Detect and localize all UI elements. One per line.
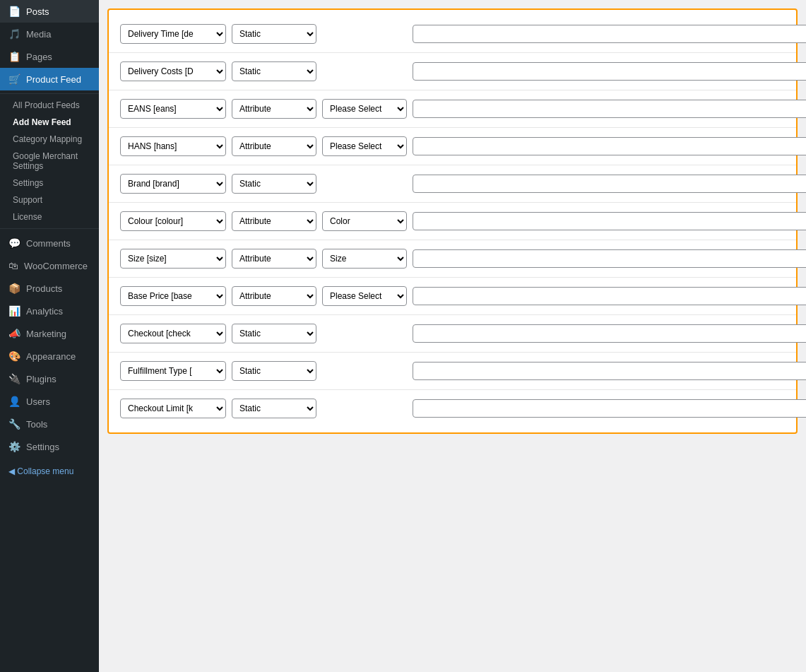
table-row: Fulfillment Type [StaticAttributePattern… <box>109 353 796 390</box>
posts-icon: 📄 <box>8 6 20 17</box>
table-row: Colour [colour]StaticAttributePatternCol… <box>109 203 796 240</box>
sidebar-item-settings[interactable]: ⚙️ Settings <box>0 435 99 458</box>
field-select-8[interactable]: Checkout [check <box>120 324 226 343</box>
type-select-0[interactable]: StaticAttributePattern <box>232 24 316 44</box>
input1-0[interactable] <box>413 25 806 43</box>
type-select-10[interactable]: StaticAttributePattern <box>232 399 316 418</box>
sidebar-item-label: Media <box>26 29 51 40</box>
sidebar-item-pages[interactable]: 📋 Pages <box>0 45 99 68</box>
type-select-6[interactable]: StaticAttributePattern <box>232 249 316 269</box>
product-feed-icon: 🛒 <box>8 73 20 85</box>
plugins-icon: 🔌 <box>8 373 20 384</box>
field-select-4[interactable]: Brand [brand] <box>120 174 226 194</box>
sidebar-item-label: WooCommerce <box>24 261 88 271</box>
table-row: Base Price [baseStaticAttributePatternPl… <box>109 278 796 315</box>
sidebar-item-tools[interactable]: 🔧 Tools <box>0 413 99 435</box>
field-select-9[interactable]: Fulfillment Type [ <box>120 361 226 381</box>
collapse-label: Collapse menu <box>17 466 73 476</box>
input1-2[interactable] <box>413 100 806 118</box>
sidebar-item-appearance[interactable]: 🎨 Appearance <box>0 345 99 367</box>
sidebar-sub-all-feeds[interactable]: All Product Feeds <box>0 97 99 114</box>
sidebar-sub-license[interactable]: License <box>0 208 99 225</box>
sidebar-item-label: Settings <box>26 442 59 452</box>
input1-8[interactable] <box>413 324 806 343</box>
sidebar-item-woocommerce[interactable]: 🛍 WooCommerce <box>0 254 99 277</box>
type-select-2[interactable]: StaticAttributePattern <box>232 99 316 119</box>
sidebar-item-label: Appearance <box>26 351 76 362</box>
sidebar-item-label: Pages <box>26 52 52 62</box>
type-select-7[interactable]: StaticAttributePattern <box>232 286 316 306</box>
sidebar-sub-gm-settings[interactable]: Google Merchant Settings <box>0 148 99 175</box>
products-icon: 📦 <box>8 283 20 294</box>
sidebar-item-label: Posts <box>26 6 49 17</box>
table-row: Checkout [checkStaticAttributePatternDef… <box>109 315 796 353</box>
input1-5[interactable] <box>413 212 806 230</box>
attr-select-7[interactable]: Please SelectTitlePriceColorSizeSKUBrand <box>322 286 407 306</box>
type-select-8[interactable]: StaticAttributePattern <box>232 324 316 343</box>
input1-3[interactable] <box>413 137 806 155</box>
pages-icon: 📋 <box>8 51 20 62</box>
main-content: Delivery Time [deStaticAttributePatternD… <box>99 0 806 672</box>
field-select-10[interactable]: Checkout Limit [k <box>120 399 226 418</box>
field-select-1[interactable]: Delivery Costs [D <box>120 61 226 81</box>
sidebar-item-users[interactable]: 👤 Users <box>0 390 99 413</box>
input1-6[interactable] <box>413 249 806 268</box>
sidebar-item-label: Comments <box>26 238 71 249</box>
attr-select-2[interactable]: Please SelectTitlePriceColorSizeSKUBrand <box>322 99 407 119</box>
input1-4[interactable] <box>413 175 806 193</box>
field-select-7[interactable]: Base Price [base <box>120 286 226 306</box>
sidebar-sub-support[interactable]: Support <box>0 191 99 208</box>
sidebar-sub-category-mapping[interactable]: Category Mapping <box>0 131 99 148</box>
field-select-6[interactable]: Size [size] <box>120 249 226 269</box>
sidebar-item-label: Products <box>26 283 62 294</box>
input1-10[interactable] <box>413 399 806 418</box>
type-select-9[interactable]: StaticAttributePattern <box>232 361 316 381</box>
table-row: Delivery Costs [DStaticAttributePatternD… <box>109 53 796 90</box>
users-icon: 👤 <box>8 396 20 407</box>
analytics-icon: 📊 <box>8 305 20 317</box>
table-row: Size [size]StaticAttributePatternSizePle… <box>109 240 796 278</box>
sidebar-item-analytics[interactable]: 📊 Analytics <box>0 300 99 322</box>
sidebar-item-marketing[interactable]: 📣 Marketing <box>0 322 99 345</box>
attr-select-3[interactable]: Please SelectTitlePriceColorSizeSKUBrand <box>322 136 407 156</box>
sidebar-sub-settings[interactable]: Settings <box>0 175 99 191</box>
sidebar-item-posts[interactable]: 📄 Posts <box>0 0 99 23</box>
field-select-0[interactable]: Delivery Time [de <box>120 24 226 44</box>
sidebar-sub-add-new[interactable]: Add New Feed <box>0 114 99 131</box>
media-icon: 🎵 <box>8 28 20 40</box>
sidebar-item-product-feed[interactable]: 🛒 Product Feed <box>0 68 99 90</box>
type-select-4[interactable]: StaticAttributePattern <box>232 174 316 194</box>
comments-icon: 💬 <box>8 237 20 249</box>
attr-select-5[interactable]: ColorPlease SelectTitlePriceSizeSKUBrand <box>322 211 407 231</box>
settings-icon: ⚙️ <box>8 441 20 452</box>
input1-7[interactable] <box>413 287 806 305</box>
sidebar-item-label: Analytics <box>26 306 63 317</box>
table-row: HANS [hans]StaticAttributePatternPlease … <box>109 128 796 165</box>
type-select-5[interactable]: StaticAttributePattern <box>232 211 316 231</box>
sidebar: 📄 Posts 🎵 Media 📋 Pages 🛒 Product Feed A… <box>0 0 99 672</box>
sidebar-item-label: Marketing <box>26 329 66 339</box>
field-select-5[interactable]: Colour [colour] <box>120 211 226 231</box>
appearance-icon: 🎨 <box>8 350 20 362</box>
collapse-menu[interactable]: ◀ Collapse menu <box>0 458 99 485</box>
field-select-3[interactable]: HANS [hans] <box>120 136 226 156</box>
field-select-2[interactable]: EANS [eans] <box>120 99 226 119</box>
attr-select-6[interactable]: SizePlease SelectTitlePriceColorSKUBrand <box>322 249 407 269</box>
sidebar-item-label: Plugins <box>26 374 57 384</box>
sidebar-item-label: Tools <box>26 419 47 430</box>
input1-1[interactable] <box>413 62 806 81</box>
sidebar-item-comments[interactable]: 💬 Comments <box>0 232 99 254</box>
table-row: Delivery Time [deStaticAttributePatternD… <box>109 16 796 53</box>
woocommerce-icon: 🛍 <box>8 260 18 271</box>
sidebar-item-products[interactable]: 📦 Products <box>0 277 99 300</box>
table-row: Checkout Limit [kStaticAttributePatternD… <box>109 390 796 427</box>
sidebar-item-label: Users <box>26 396 50 407</box>
input1-9[interactable] <box>413 362 806 380</box>
sidebar-item-plugins[interactable]: 🔌 Plugins <box>0 367 99 390</box>
tools-icon: 🔧 <box>8 418 20 430</box>
type-select-1[interactable]: StaticAttributePattern <box>232 61 316 81</box>
type-select-3[interactable]: StaticAttributePattern <box>232 136 316 156</box>
sidebar-item-media[interactable]: 🎵 Media <box>0 23 99 45</box>
feed-container: Delivery Time [deStaticAttributePatternD… <box>107 8 798 434</box>
sidebar-item-label: Product Feed <box>26 74 81 85</box>
